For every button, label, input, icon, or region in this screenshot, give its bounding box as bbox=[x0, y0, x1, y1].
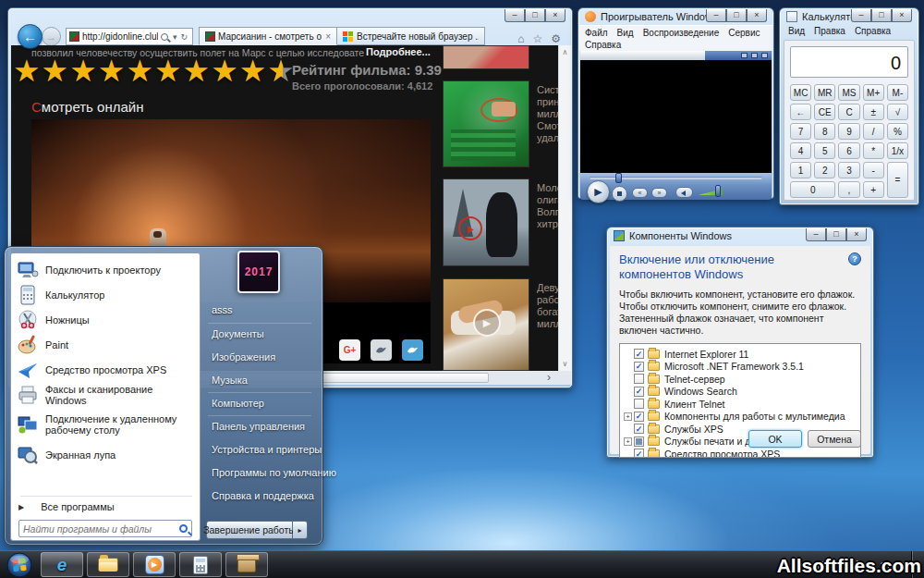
next-button[interactable]: » bbox=[651, 188, 667, 198]
minimize-button[interactable]: – bbox=[806, 228, 826, 241]
checkbox-checked[interactable]: ✓ bbox=[634, 449, 644, 458]
menu-help[interactable]: Справка bbox=[850, 25, 895, 37]
share-twitter-button[interactable] bbox=[402, 339, 423, 361]
shutdown-button[interactable]: Завершение работы bbox=[206, 521, 293, 539]
search-input[interactable] bbox=[23, 523, 179, 535]
home-icon[interactable]: ⌂ bbox=[517, 32, 524, 45]
menu-item-computer[interactable]: Компьютер bbox=[212, 398, 315, 409]
calc-key[interactable]: , bbox=[838, 181, 859, 198]
calc-key[interactable]: 1/x bbox=[887, 142, 908, 159]
calc-key[interactable]: 1 bbox=[790, 162, 811, 178]
calc-key[interactable]: 0 bbox=[790, 181, 835, 198]
scroll-right-icon[interactable]: › bbox=[547, 371, 551, 384]
menu-tools[interactable]: Сервис bbox=[723, 27, 764, 39]
menu-item-projector[interactable]: Подключить к проектору bbox=[17, 259, 196, 281]
minimize-button[interactable]: – bbox=[851, 9, 871, 22]
calc-key[interactable]: MS bbox=[838, 84, 859, 101]
calc-key[interactable]: 2 bbox=[814, 162, 835, 178]
wmp-view-icon[interactable] bbox=[751, 53, 758, 58]
close-button[interactable]: × bbox=[892, 9, 912, 22]
share-googleplus-button[interactable]: G+ bbox=[339, 339, 360, 361]
maximize-button[interactable]: □ bbox=[826, 228, 846, 241]
shutdown-options-arrow[interactable]: ▸ bbox=[293, 521, 308, 539]
help-icon[interactable]: ? bbox=[848, 252, 861, 265]
username[interactable]: asss bbox=[212, 304, 233, 315]
calc-key[interactable]: ← bbox=[790, 104, 811, 120]
calc-key[interactable]: M- bbox=[887, 84, 908, 101]
calc-key[interactable]: 6 bbox=[838, 142, 859, 159]
ad-thumbnail-paris[interactable]: ▶ bbox=[443, 178, 529, 266]
list-item[interactable]: ✓Средство просмотра XPS bbox=[622, 448, 858, 458]
seek-thumb[interactable] bbox=[615, 173, 622, 183]
maximize-button[interactable]: □ bbox=[726, 9, 747, 22]
calc-key[interactable]: √ bbox=[887, 104, 908, 120]
menu-item-devices-printers[interactable]: Устройства и принтеры bbox=[212, 444, 315, 455]
taskbar-wmp-button[interactable]: ▶ bbox=[133, 552, 176, 577]
menu-help[interactable]: Справка bbox=[580, 39, 626, 51]
menu-item-control-panel[interactable]: Панель управления bbox=[212, 421, 315, 432]
scroll-down-icon[interactable]: ∨ bbox=[563, 360, 568, 368]
address-bar[interactable]: http://gidonline.club/20 ▾ ↻ bbox=[66, 28, 193, 45]
menu-item-xps-viewer[interactable]: Средство просмотра XPS bbox=[17, 359, 196, 381]
checkbox-unchecked[interactable] bbox=[634, 399, 644, 409]
calc-key[interactable]: C bbox=[838, 104, 859, 120]
cancel-button[interactable]: Отмена bbox=[808, 430, 861, 448]
search-icon[interactable] bbox=[161, 33, 168, 41]
ad-thumbnail-atm[interactable] bbox=[443, 80, 529, 167]
maximize-button[interactable]: □ bbox=[525, 9, 545, 22]
expand-icon[interactable]: + bbox=[624, 437, 632, 446]
list-item[interactable]: Telnet-сервер bbox=[622, 373, 858, 385]
start-search-box[interactable] bbox=[18, 520, 192, 537]
vertical-scrollbar[interactable]: ∧ ∨ bbox=[558, 45, 571, 371]
seek-slider[interactable] bbox=[590, 177, 762, 179]
refresh-icon[interactable]: ↻ bbox=[178, 32, 189, 42]
calc-key[interactable]: * bbox=[863, 142, 884, 159]
menu-item-snipping[interactable]: Ножницы bbox=[17, 309, 196, 331]
calc-key[interactable]: / bbox=[863, 123, 884, 140]
list-item[interactable]: ✓Microsoft .NET Framework 3.5.1 bbox=[622, 361, 858, 373]
calc-key[interactable]: CE bbox=[814, 104, 835, 120]
ok-button[interactable]: OK bbox=[748, 430, 802, 448]
menu-item-pictures[interactable]: Изображения bbox=[212, 351, 315, 363]
calc-key[interactable]: + bbox=[863, 181, 884, 198]
taskbar-explorer-button[interactable] bbox=[87, 552, 129, 577]
calc-key[interactable]: 7 bbox=[790, 123, 811, 140]
calc-key[interactable]: 5 bbox=[814, 142, 835, 159]
gear-icon[interactable]: ⚙ bbox=[551, 32, 561, 45]
more-link[interactable]: Подробнее... bbox=[366, 46, 431, 57]
taskbar-calculator-button[interactable] bbox=[179, 552, 222, 577]
menu-item-fax-scan[interactable]: Факсы и сканирование Windows bbox=[17, 384, 196, 406]
calc-key[interactable]: MC bbox=[790, 84, 811, 101]
list-item[interactable]: Клиент Telnet bbox=[622, 398, 858, 410]
back-button[interactable]: ← bbox=[18, 24, 43, 49]
menu-item-magnifier[interactable]: Экранная лупа bbox=[17, 444, 196, 466]
taskbar-components-button[interactable] bbox=[225, 552, 268, 577]
start-button[interactable] bbox=[6, 552, 32, 578]
checkbox-checked[interactable]: ✓ bbox=[634, 362, 644, 372]
calc-key[interactable]: % bbox=[887, 123, 908, 140]
chevron-down-icon[interactable]: ▾ bbox=[171, 32, 179, 42]
calc-key[interactable]: M+ bbox=[863, 84, 884, 101]
favorites-star-icon[interactable]: ☆ bbox=[532, 32, 542, 45]
play-button[interactable]: ▶ bbox=[587, 180, 610, 203]
wmp-view-icon[interactable] bbox=[741, 53, 748, 58]
checkbox-checked[interactable]: ✓ bbox=[634, 349, 644, 359]
menu-playback[interactable]: Воспроизведение bbox=[638, 27, 724, 39]
checkbox-unchecked[interactable] bbox=[634, 374, 644, 384]
close-button[interactable]: × bbox=[846, 228, 867, 241]
list-item[interactable]: ✓Windows Search bbox=[622, 386, 858, 398]
calc-key[interactable]: MR bbox=[814, 84, 835, 101]
calc-key[interactable]: - bbox=[863, 162, 884, 178]
checkbox-checked[interactable]: ✓ bbox=[634, 412, 644, 422]
list-item[interactable]: +✓Компоненты для работы с мультимедиа bbox=[622, 411, 858, 423]
scroll-up-icon[interactable]: ∧ bbox=[563, 48, 568, 56]
wmp-view-icon[interactable] bbox=[761, 53, 768, 58]
calc-key-equals[interactable]: = bbox=[887, 162, 908, 198]
volume-thumb[interactable] bbox=[715, 185, 721, 197]
menu-item-remote-desktop[interactable]: Подключение к удаленному рабочему столу bbox=[17, 409, 196, 440]
tab-new-browser[interactable]: Встречайте новый браузер ... bbox=[337, 27, 485, 45]
calc-key[interactable]: 8 bbox=[814, 123, 835, 140]
close-button[interactable]: × bbox=[545, 9, 565, 22]
menu-item-paint[interactable]: Paint bbox=[17, 334, 196, 356]
list-item[interactable]: ✓Internet Explorer 11 bbox=[622, 348, 858, 360]
